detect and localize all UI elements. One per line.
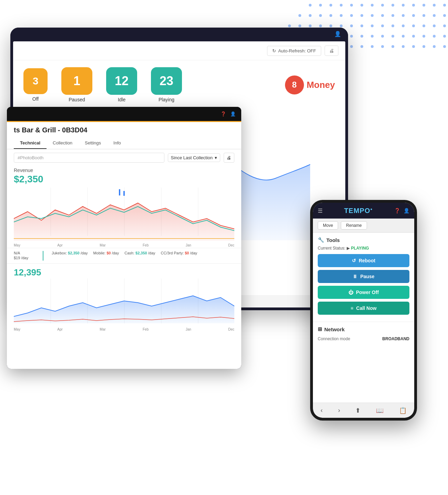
svg-point-26 xyxy=(422,14,425,17)
status-label-paused: Paused xyxy=(69,97,85,102)
tools-title: 🔧 Tools xyxy=(318,237,409,243)
svg-point-0 xyxy=(309,4,312,7)
svg-point-16 xyxy=(319,14,322,17)
svg-point-53 xyxy=(360,35,363,38)
phone-logo-accent: O xyxy=(365,207,370,214)
status-label-off: Off xyxy=(32,96,39,102)
laptop-topbar: ❓ 👤 xyxy=(7,107,241,122)
tabs-button[interactable]: 📋 xyxy=(396,405,409,416)
svg-point-73 xyxy=(381,45,384,48)
pause-button[interactable]: ⏸ Pause xyxy=(318,270,409,283)
legend-na: N/A xyxy=(14,251,34,255)
status-cards-row: 3 Off 1 Paused 12 Idle 23 Playing 8 xyxy=(13,60,345,109)
svg-point-10 xyxy=(412,4,415,7)
svg-point-57 xyxy=(402,35,405,38)
refresh-icon: ↻ xyxy=(272,48,276,53)
status-number-playing: 23 xyxy=(151,67,182,95)
svg-point-43 xyxy=(433,24,436,27)
print-button[interactable]: 🖨 xyxy=(325,46,338,56)
svg-point-55 xyxy=(381,35,384,38)
svg-point-11 xyxy=(422,4,425,7)
x-axis-2: May Apr Mar Feb Jan Dec xyxy=(7,327,241,332)
help-icon-phone: ❓ xyxy=(394,208,400,213)
svg-point-18 xyxy=(340,14,343,17)
phone-topbar: ☰ TEMPO● ❓ 👤 xyxy=(313,203,414,219)
svg-point-79 xyxy=(443,45,446,48)
svg-point-21 xyxy=(371,14,374,17)
since-last-collection-label: Since Last Collection xyxy=(171,155,213,160)
laptop-screen: ts Bar & Grill - 0B3D04 Technical Collec… xyxy=(7,122,241,369)
svg-point-70 xyxy=(350,45,353,48)
x-axis-1: May Apr Mar Feb Jan Dec xyxy=(7,243,241,248)
phone-content[interactable]: Move Rename 🔧 Tools Current Status: ▶ PL… xyxy=(313,219,414,403)
svg-point-41 xyxy=(412,24,415,27)
rename-button[interactable]: Rename xyxy=(341,221,367,230)
phone-screen: ☰ TEMPO● ❓ 👤 Move Rename 🔧 Tools xyxy=(313,203,414,418)
legend-jukebox: Jukebox: $2,350 /day xyxy=(52,251,88,261)
svg-point-23 xyxy=(391,14,394,17)
svg-point-24 xyxy=(402,14,405,17)
svg-point-42 xyxy=(422,24,425,27)
filter-input[interactable] xyxy=(14,153,164,163)
tab-settings[interactable]: Settings xyxy=(79,138,107,149)
forward-button[interactable]: › xyxy=(335,405,343,415)
dropdown-chevron-icon: ▾ xyxy=(215,155,217,160)
svg-point-34 xyxy=(340,24,343,27)
status-card-idle: 12 Idle xyxy=(106,67,137,102)
svg-point-20 xyxy=(360,14,363,17)
network-connection-row: Connection mode BROADBAND xyxy=(318,335,409,343)
power-off-button[interactable]: ⏻ Power Off xyxy=(318,286,409,299)
svg-point-9 xyxy=(402,4,405,7)
tab-technical[interactable]: Technical xyxy=(14,138,47,149)
phone-bottombar: ‹ › ⬆ 📖 📋 xyxy=(313,403,414,418)
svg-point-76 xyxy=(412,45,415,48)
svg-point-5 xyxy=(360,4,363,7)
svg-point-35 xyxy=(350,24,353,27)
back-button[interactable]: ‹ xyxy=(318,405,325,415)
money-text: Money xyxy=(307,80,335,90)
status-card-off: 3 Off xyxy=(23,68,48,102)
hamburger-icon[interactable]: ☰ xyxy=(318,208,323,214)
since-last-collection-select[interactable]: Since Last Collection ▾ xyxy=(168,153,220,162)
bookmark-button[interactable]: 📖 xyxy=(373,405,386,416)
svg-point-77 xyxy=(422,45,425,48)
svg-point-36 xyxy=(360,24,363,27)
svg-point-39 xyxy=(391,24,394,27)
current-status-line: Current Status: ▶ PLAYING xyxy=(318,246,409,251)
user-icon-phone: 👤 xyxy=(404,208,409,213)
auto-refresh-label: Auto-Refresh: OFF xyxy=(278,48,316,53)
tab-collection[interactable]: Collection xyxy=(47,138,79,149)
phone-logo: TEMPO● xyxy=(344,207,373,215)
status-number-off: 3 xyxy=(23,68,48,94)
help-icon: ❓ xyxy=(221,111,226,117)
svg-point-7 xyxy=(381,4,384,7)
svg-point-52 xyxy=(350,35,353,38)
svg-point-44 xyxy=(443,24,446,27)
print-icon: 🖨 xyxy=(329,48,334,53)
status-number-idle: 12 xyxy=(106,67,137,95)
svg-point-33 xyxy=(329,24,332,27)
svg-point-4 xyxy=(350,4,353,7)
print-filter-button[interactable]: 🖨 xyxy=(224,153,234,163)
money-badge: 8 Money xyxy=(285,75,335,94)
network-section: ⊞ Network Connection mode BROADBAND xyxy=(313,322,414,347)
top-bar: ↻ Auto-Refresh: OFF 🖨 xyxy=(13,41,345,60)
svg-point-31 xyxy=(309,24,312,27)
svg-point-12 xyxy=(433,4,436,7)
reboot-button[interactable]: ↺ Reboot xyxy=(318,254,409,267)
legend-per-day: $19 /day xyxy=(14,256,34,260)
phone-topicons: ❓ 👤 xyxy=(394,208,409,213)
tab-info[interactable]: Info xyxy=(107,138,127,149)
share-button[interactable]: ⬆ xyxy=(353,405,363,416)
tools-section: 🔧 Tools Current Status: ▶ PLAYING ↺ Rebo… xyxy=(313,233,414,322)
move-button[interactable]: Move xyxy=(318,221,338,230)
network-title: ⊞ Network xyxy=(318,326,409,332)
status-number-paused: 1 xyxy=(61,67,92,95)
auto-refresh-button[interactable]: ↻ Auto-Refresh: OFF xyxy=(267,46,321,56)
wrench-icon: 🔧 xyxy=(318,237,324,243)
svg-point-37 xyxy=(371,24,374,27)
svg-point-72 xyxy=(371,45,374,48)
tabs-row: Technical Collection Settings Info xyxy=(7,134,241,149)
svg-point-27 xyxy=(433,14,436,17)
call-now-button[interactable]: ≡ Call Now xyxy=(318,302,409,315)
